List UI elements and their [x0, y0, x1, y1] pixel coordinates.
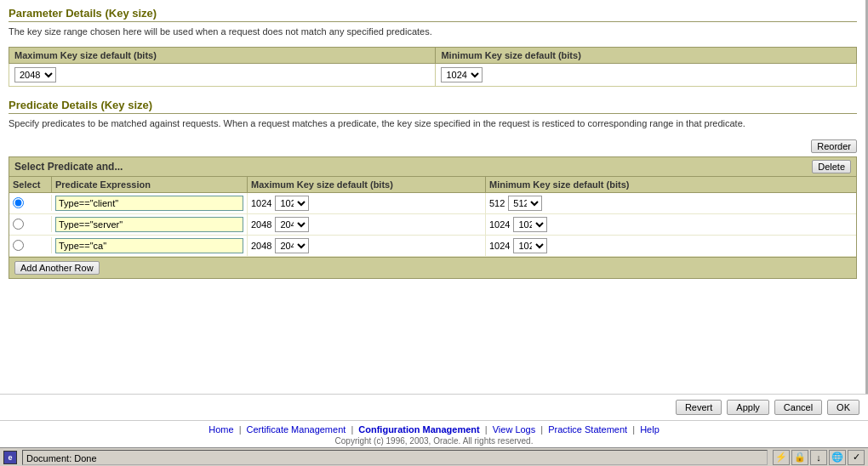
row3-predicate-cell	[52, 236, 248, 256]
col-header-predicate: Predicate Expression	[52, 177, 248, 192]
row2-predicate-cell	[52, 214, 248, 235]
row1-min-key-cell: 512 512 1024 2048 4096	[486, 193, 724, 213]
table-row: 2048 512 1024 2048 4096 1024 512	[9, 214, 856, 236]
status-icon-1: ⚡	[773, 450, 790, 465]
row2-min-key-cell: 1024 512 1024 2048 4096	[486, 214, 724, 235]
status-bar: e Document: Done ⚡ 🔒 ↓ 🌐 ✓	[0, 447, 868, 466]
param-section-desc: The key size range chosen here will be u…	[9, 26, 857, 38]
nav-cert-mgmt[interactable]: Certificate Management	[247, 424, 346, 435]
status-icons-right: ⚡ 🔒 ↓ 🌐 ✓	[773, 450, 865, 465]
min-key-col-header: Minimum Key size default (bits)	[436, 48, 857, 64]
row2-max-key-select[interactable]: 512 1024 2048 4096	[275, 217, 309, 232]
row3-min-key-cell: 1024 512 1024 2048 4096	[486, 236, 724, 256]
row3-min-key-select[interactable]: 512 1024 2048 4096	[513, 238, 547, 253]
row1-radio[interactable]	[13, 197, 24, 208]
predicate-col-headers: Select Predicate Expression Maximum Key …	[9, 177, 856, 193]
row1-max-key-cell: 1024 512 1024 2048 4096	[248, 193, 486, 213]
col-header-max-key: Maximum Key size default (bits)	[248, 177, 486, 192]
max-key-cell: 512 1024 2048 4096	[9, 64, 436, 87]
key-size-defaults-table: Maximum Key size default (bits) Minimum …	[9, 47, 857, 87]
row3-max-key-cell: 2048 512 1024 2048 4096	[248, 236, 486, 256]
action-bar: Revert Apply Cancel OK	[0, 394, 868, 420]
min-key-cell: 512 1024 2048 4096	[436, 64, 857, 87]
browser-icon: e	[3, 451, 17, 464]
row2-predicate-input[interactable]	[55, 217, 243, 232]
row2-select-cell	[9, 216, 52, 232]
nav-home[interactable]: Home	[208, 424, 233, 435]
footer-nav: Home | Certificate Management | Configur…	[0, 420, 868, 436]
col-header-min-key: Minimum Key size default (bits)	[486, 177, 724, 192]
add-row-section: Add Another Row	[9, 257, 856, 278]
cancel-button[interactable]: Cancel	[774, 400, 822, 415]
row3-predicate-input[interactable]	[55, 238, 243, 253]
ok-button[interactable]: OK	[827, 400, 859, 415]
row1-predicate-input[interactable]	[55, 196, 243, 211]
predicate-header-title: Select Predicate and...	[14, 161, 123, 173]
revert-button[interactable]: Revert	[676, 400, 722, 415]
predicate-section-desc: Specify predicates to be matched against…	[9, 117, 857, 130]
row2-min-key-select[interactable]: 512 1024 2048 4096	[513, 217, 547, 232]
predicate-table-header: Select Predicate and... Delete	[9, 157, 856, 177]
status-icon-2: 🔒	[791, 450, 808, 465]
row1-min-key-select[interactable]: 512 1024 2048 4096	[508, 196, 542, 211]
parameter-details-section: Parameter Details (Key size) The key siz…	[9, 7, 857, 87]
status-text: Document: Done	[22, 450, 768, 465]
max-key-col-header: Maximum Key size default (bits)	[9, 48, 436, 64]
row1-predicate-cell	[52, 193, 248, 213]
param-section-title: Parameter Details (Key size)	[9, 7, 857, 22]
status-icon-3: ↓	[810, 450, 827, 465]
nav-help[interactable]: Help	[640, 424, 660, 435]
delete-button[interactable]: Delete	[812, 160, 851, 173]
nav-practice-stmt[interactable]: Practice Statement	[548, 424, 627, 435]
predicate-section-title: Predicate Details (Key size)	[9, 99, 857, 114]
table-row: 2048 512 1024 2048 4096 1024 512	[9, 236, 856, 257]
row2-max-key-cell: 2048 512 1024 2048 4096	[248, 214, 486, 235]
status-icon-5: ✓	[848, 450, 865, 465]
reorder-row: Reorder	[9, 139, 857, 153]
row2-radio[interactable]	[13, 219, 24, 230]
row1-max-key-select[interactable]: 512 1024 2048 4096	[275, 196, 309, 211]
predicate-details-section: Predicate Details (Key size) Specify pre…	[9, 99, 857, 278]
nav-config-mgmt[interactable]: Configuration Management	[358, 424, 479, 435]
row3-max-key-select[interactable]: 512 1024 2048 4096	[275, 238, 309, 253]
min-key-select[interactable]: 512 1024 2048 4096	[441, 67, 483, 82]
row3-radio[interactable]	[13, 240, 24, 251]
reorder-button[interactable]: Reorder	[811, 139, 857, 153]
max-key-select[interactable]: 512 1024 2048 4096	[14, 67, 56, 82]
add-another-row-button[interactable]: Add Another Row	[14, 261, 100, 275]
apply-button[interactable]: Apply	[727, 400, 769, 415]
nav-view-logs[interactable]: View Logs	[493, 424, 536, 435]
copyright-text: Copyright (c) 1996, 2003, Oracle. All ri…	[0, 436, 868, 447]
row3-select-cell	[9, 237, 52, 253]
predicate-table: Select Predicate and... Delete Select Pr…	[9, 156, 857, 279]
table-row: 1024 512 1024 2048 4096 512 512	[9, 193, 856, 214]
row1-select-cell	[9, 195, 52, 211]
col-header-select: Select	[9, 177, 52, 192]
status-icon-4: 🌐	[829, 450, 846, 465]
